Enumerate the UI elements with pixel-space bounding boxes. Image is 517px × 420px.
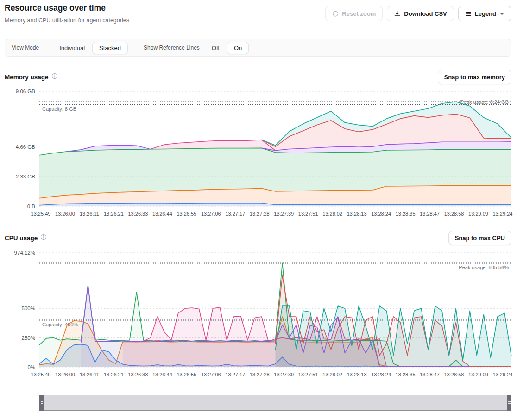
legend-button[interactable]: Legend: [458, 6, 511, 21]
chart-controls-bar: View Mode Individual Stacked Show Refere…: [5, 39, 511, 57]
svg-text:13:28:13: 13:28:13: [347, 211, 367, 216]
svg-text:Capacity: 400%: Capacity: 400%: [42, 322, 78, 327]
svg-text:9.06 GB: 9.06 GB: [16, 89, 36, 94]
svg-text:13:25:49: 13:25:49: [31, 372, 51, 377]
svg-text:13:28:35: 13:28:35: [396, 211, 416, 216]
svg-text:13:26:00: 13:26:00: [55, 372, 75, 377]
svg-text:13:28:47: 13:28:47: [420, 372, 440, 377]
svg-text:13:28:02: 13:28:02: [322, 372, 342, 377]
svg-text:13:26:33: 13:26:33: [128, 372, 148, 377]
download-csv-button[interactable]: Download CSV: [387, 6, 454, 21]
list-icon: [465, 11, 472, 17]
info-icon[interactable]: [40, 234, 47, 242]
svg-text:13:25:49: 13:25:49: [31, 211, 51, 216]
view-mode-stacked-option[interactable]: Stacked: [92, 42, 128, 54]
svg-text:13:29:09: 13:29:09: [468, 372, 488, 377]
svg-text:13:28:24: 13:28:24: [371, 372, 391, 377]
svg-text:13:26:11: 13:26:11: [80, 211, 99, 216]
reset-icon: [332, 11, 339, 17]
svg-text:13:27:06: 13:27:06: [201, 211, 221, 216]
page-subtitle: Memory and CPU utilization for agent cat…: [5, 17, 129, 24]
snap-to-max-cpu-button[interactable]: Snap to max CPU: [448, 231, 511, 245]
svg-text:13:26:44: 13:26:44: [152, 372, 172, 377]
svg-text:250%: 250%: [22, 335, 35, 341]
svg-text:4.66 GB: 4.66 GB: [16, 144, 36, 150]
chevron-down-icon: [499, 11, 504, 16]
svg-text:500%: 500%: [22, 305, 35, 311]
svg-text:13:26:11: 13:26:11: [80, 372, 99, 377]
svg-text:13:28:35: 13:28:35: [396, 372, 416, 377]
svg-text:13:27:39: 13:27:39: [274, 211, 294, 216]
cpu-chart[interactable]: 974.12%500%250%0%13:25:4913:26:0013:26:1…: [0, 247, 517, 383]
svg-text:13:28:24: 13:28:24: [371, 211, 391, 216]
svg-text:Peak usage: 8.24 GB: Peak usage: 8.24 GB: [460, 99, 509, 105]
brush-handle-right[interactable]: [507, 395, 511, 411]
info-icon[interactable]: [51, 73, 58, 81]
svg-text:13:28:58: 13:28:58: [444, 211, 464, 216]
svg-text:Peak usage: 885.56%: Peak usage: 885.56%: [459, 265, 509, 270]
memory-section-title: Memory usage: [5, 74, 49, 81]
svg-text:13:26:55: 13:26:55: [177, 211, 196, 216]
svg-text:13:29:24: 13:29:24: [493, 372, 513, 377]
memory-section-header: Memory usage: [5, 73, 58, 81]
download-icon: [394, 10, 401, 17]
svg-text:13:26:21: 13:26:21: [104, 211, 124, 216]
svg-text:13:29:24: 13:29:24: [493, 211, 513, 216]
svg-text:13:28:02: 13:28:02: [322, 211, 342, 216]
reference-lines-label: Show Reference Lines: [144, 45, 200, 51]
svg-text:13:29:09: 13:29:09: [468, 211, 488, 216]
svg-text:13:26:00: 13:26:00: [55, 211, 75, 216]
resource-usage-page: Resource usage over time Memory and CPU …: [0, 0, 517, 420]
svg-text:Capacity: 8 GB: Capacity: 8 GB: [42, 106, 76, 112]
svg-text:13:27:06: 13:27:06: [201, 372, 221, 377]
view-mode-individual-option[interactable]: Individual: [55, 42, 89, 54]
header-buttons: Reset zoom Download CSV Legend: [325, 6, 511, 21]
svg-text:13:28:58: 13:28:58: [444, 372, 464, 377]
svg-text:974.12%: 974.12%: [14, 250, 35, 255]
svg-text:0 B: 0 B: [27, 204, 36, 209]
svg-text:13:26:44: 13:26:44: [152, 211, 172, 216]
reference-lines-off-option[interactable]: Off: [207, 42, 224, 54]
svg-text:13:27:17: 13:27:17: [225, 211, 245, 216]
svg-text:13:27:28: 13:27:28: [250, 372, 270, 377]
reset-zoom-button[interactable]: Reset zoom: [325, 6, 383, 21]
svg-text:13:26:33: 13:26:33: [128, 211, 148, 216]
svg-text:13:28:47: 13:28:47: [420, 211, 440, 216]
snap-to-max-memory-button[interactable]: Snap to max memory: [438, 70, 512, 84]
memory-chart[interactable]: 9.06 GB4.66 GB2.33 GB0 B13:25:4913:26:00…: [0, 86, 517, 225]
view-mode-label: View Mode: [12, 45, 39, 51]
svg-text:13:27:17: 13:27:17: [225, 372, 245, 377]
reference-lines-on-option[interactable]: On: [227, 42, 249, 54]
svg-text:13:27:51: 13:27:51: [298, 211, 318, 216]
cpu-section-title: CPU usage: [5, 235, 38, 242]
time-range-brush[interactable]: [39, 395, 511, 411]
svg-text:13:26:55: 13:26:55: [177, 372, 196, 377]
svg-text:13:26:21: 13:26:21: [104, 372, 124, 377]
page-title: Resource usage over time: [5, 3, 106, 13]
svg-text:13:27:39: 13:27:39: [274, 372, 294, 377]
svg-text:0%: 0%: [27, 364, 35, 370]
svg-text:13:28:13: 13:28:13: [347, 372, 367, 377]
svg-text:2.33 GB: 2.33 GB: [16, 174, 36, 179]
svg-text:13:27:28: 13:27:28: [250, 211, 270, 216]
svg-text:13:27:51: 13:27:51: [298, 372, 318, 377]
brush-handle-left[interactable]: [39, 395, 44, 411]
cpu-section-header: CPU usage: [5, 234, 47, 242]
